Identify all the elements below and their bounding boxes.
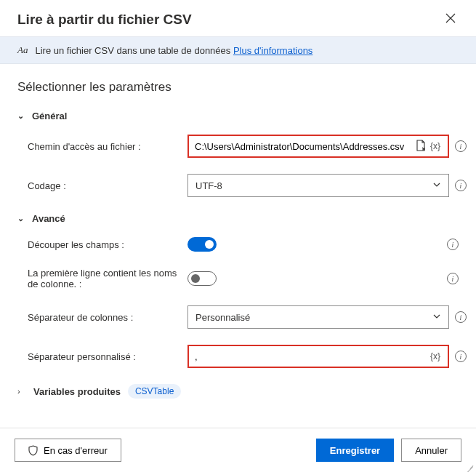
info-icon[interactable]: i — [455, 180, 467, 191]
section-advanced[interactable]: ⌄ Avancé — [17, 213, 459, 224]
resize-grip-icon[interactable] — [467, 463, 475, 471]
encoding-select[interactable]: UTF-8 — [187, 174, 449, 197]
chevron-down-icon — [432, 312, 441, 323]
encoding-value: UTF-8 — [195, 180, 222, 191]
customsep-input[interactable] — [195, 351, 429, 362]
info-icon[interactable]: i — [455, 351, 467, 362]
close-icon[interactable] — [443, 10, 459, 29]
section-general[interactable]: ⌄ Général — [17, 111, 459, 121]
info-bar: Aa Lire un fichier CSV dans une table de… — [0, 36, 476, 64]
row-firstline: La première ligne contient les noms de c… — [17, 268, 459, 289]
info-icon[interactable]: i — [455, 311, 467, 323]
text-style-icon: Aa — [17, 44, 28, 56]
row-filepath: Chemin d'accès au fichier : {x} i — [17, 135, 459, 158]
encoding-label: Codage : — [28, 180, 187, 191]
variables-label: Variables produites — [33, 386, 121, 397]
customsep-label: Séparateur personnalisé : — [28, 351, 187, 362]
dialog-header: Lire à partir du fichier CSV — [0, 0, 476, 36]
variables-produced[interactable]: › Variables produites CSVTable — [17, 384, 459, 399]
chevron-right-icon: › — [17, 387, 26, 396]
firstline-toggle[interactable] — [187, 271, 217, 286]
row-colsep: Séparateur de colonnes : Personnalisé i — [17, 305, 459, 329]
trim-toggle[interactable] — [187, 237, 217, 252]
info-icon[interactable]: i — [447, 273, 459, 284]
colsep-select[interactable]: Personnalisé — [187, 305, 449, 329]
filepath-input-wrap: {x} — [187, 135, 449, 158]
var-picker-icon[interactable]: {x} — [429, 141, 442, 151]
firstline-label: La première ligne contient les noms de c… — [28, 268, 187, 289]
section-general-label: Général — [32, 111, 67, 121]
content: Sélectionner les paramètres ⌄ Général Ch… — [0, 64, 476, 399]
info-icon[interactable]: i — [447, 239, 459, 250]
cancel-button[interactable]: Annuler — [401, 439, 461, 462]
chevron-down-icon: ⌄ — [17, 214, 26, 223]
customsep-input-wrap: {x} — [187, 345, 449, 368]
row-customsep: Séparateur personnalisé : {x} i — [17, 345, 459, 368]
footer: En cas d'erreur Enregistrer Annuler — [0, 428, 476, 472]
section-advanced-label: Avancé — [32, 213, 65, 224]
filepath-label: Chemin d'accès au fichier : — [28, 141, 187, 152]
row-encoding: Codage : UTF-8 i — [17, 174, 459, 197]
chevron-down-icon: ⌄ — [17, 111, 26, 121]
var-picker-icon[interactable]: {x} — [429, 351, 442, 361]
more-info-link[interactable]: Plus d'informations — [233, 45, 312, 56]
colsep-label: Séparateur de colonnes : — [28, 312, 187, 323]
on-error-label: En cas d'erreur — [44, 445, 108, 456]
row-trim: Découper les champs : i — [17, 237, 459, 252]
save-button[interactable]: Enregistrer — [316, 439, 394, 462]
shield-icon — [28, 445, 38, 456]
info-icon[interactable]: i — [455, 140, 467, 152]
colsep-value: Personnalisé — [195, 312, 250, 323]
chevron-down-icon — [432, 180, 441, 191]
info-text: Lire un fichier CSV dans une table de do… — [35, 45, 312, 56]
trim-label: Découper les champs : — [28, 239, 187, 250]
section-title: Sélectionner les paramètres — [17, 80, 459, 95]
filepath-input[interactable] — [195, 141, 413, 152]
variable-chip[interactable]: CSVTable — [128, 384, 181, 399]
file-picker-icon[interactable] — [413, 140, 429, 153]
dialog-title: Lire à partir du fichier CSV — [17, 12, 192, 28]
on-error-button[interactable]: En cas d'erreur — [15, 439, 121, 462]
